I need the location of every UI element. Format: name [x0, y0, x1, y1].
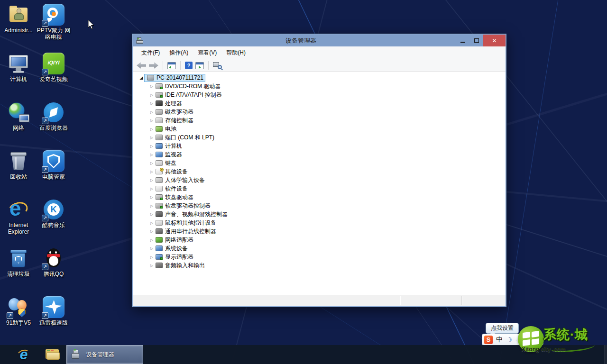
collapsed-triangle-icon[interactable]: ▷: [149, 178, 155, 182]
collapsed-triangle-icon[interactable]: ▷: [149, 127, 155, 131]
tree-item-19[interactable]: ▷ 系统设备: [135, 244, 504, 253]
collapsed-triangle-icon[interactable]: ▷: [149, 144, 155, 148]
computer-icon: [156, 143, 163, 149]
desktop-icon-xunlei[interactable]: ↗ 迅雷极速版: [36, 296, 71, 326]
desktop-icon-administrator[interactable]: Administr...: [1, 4, 36, 34]
desktop-icon-recycle-bin[interactable]: 回收站: [1, 150, 36, 180]
menu-item-3[interactable]: 帮助(H): [221, 47, 250, 59]
back-icon[interactable]: [137, 62, 146, 69]
pc-manager-icon: ↗: [43, 150, 64, 172]
desktop-icon-qq[interactable]: ↗ 腾讯QQ: [36, 247, 71, 277]
collapsed-triangle-icon[interactable]: ▷: [149, 264, 155, 268]
forward-icon[interactable]: [149, 62, 158, 69]
tree-item-7[interactable]: ▷ 计算机: [135, 142, 504, 150]
desktop-icon-cleaner[interactable]: 清理垃圾: [1, 247, 36, 277]
expanded-triangle-icon[interactable]: ◢: [138, 75, 144, 80]
collapsed-triangle-icon[interactable]: ▷: [149, 221, 155, 225]
desktop-icon-kugou[interactable]: K ↗ 酷狗音乐: [36, 199, 71, 228]
tree-item-3[interactable]: ▷ 磁盘驱动器: [135, 108, 504, 116]
scan-hardware-changes-icon[interactable]: [213, 62, 222, 69]
maximize-icon: [474, 38, 479, 43]
audio-io-icon: [156, 263, 163, 268]
desktop-icon-iqiyi[interactable]: iQIYI ↗ 爱奇艺视频: [36, 53, 71, 82]
ime-settings-tooltip[interactable]: 点我设置: [486, 323, 519, 334]
tree-item-18[interactable]: ▷ 网络适配器: [135, 236, 504, 244]
tree-item-1[interactable]: ▷ IDE ATA/ATAPI 控制器: [135, 91, 504, 99]
taskbar-device-manager-task[interactable]: 设备管理器: [66, 345, 143, 364]
xunlei-icon: ↗: [43, 296, 64, 318]
tree-item-17[interactable]: ▷ 通用串行总线控制器: [135, 227, 504, 236]
network-icon: [8, 101, 29, 123]
software-devices-icon: [156, 186, 163, 191]
desktop-icon-pptv[interactable]: ↗ PPTV聚力 网络电视: [36, 4, 71, 40]
hid-icon: [156, 177, 163, 183]
collapsed-triangle-icon[interactable]: ▷: [149, 246, 155, 251]
tree-item-9[interactable]: ▷ 键盘: [135, 159, 504, 167]
collapsed-triangle-icon[interactable]: ▷: [149, 255, 155, 259]
collapsed-triangle-icon[interactable]: ▷: [149, 84, 155, 89]
tree-item-20[interactable]: ▷ 显示适配器: [135, 253, 504, 261]
tree-item-label: 网络适配器: [165, 236, 193, 244]
taskbar-explorer-button[interactable]: [41, 345, 64, 364]
tree-item-label: 软盘驱动器: [165, 193, 193, 201]
desktop-icon-pc-manager[interactable]: ↗ 电脑管家: [36, 150, 71, 180]
ide-controller-icon: [156, 92, 163, 98]
tree-item-14[interactable]: ▷ 软盘驱动器控制器: [135, 201, 504, 210]
tree-item-4[interactable]: ▷ 存储控制器: [135, 116, 504, 125]
desktop-icon-computer[interactable]: 计算机: [1, 53, 36, 82]
moon-icon[interactable]: ☽: [506, 336, 512, 344]
tree-item-8[interactable]: ▷ 监视器: [135, 150, 504, 159]
collapsed-triangle-icon[interactable]: ▷: [149, 187, 155, 191]
desktop-icon-baidu-browser[interactable]: ↗ 百度浏览器: [36, 101, 71, 131]
desktop-icon-network[interactable]: 网络: [1, 101, 36, 131]
ime-more-icon[interactable]: ·: [515, 337, 517, 343]
collapsed-triangle-icon[interactable]: ▷: [149, 212, 155, 217]
minimize-icon: [460, 42, 465, 43]
help-icon[interactable]: ?: [185, 62, 193, 69]
tree-item-6[interactable]: ▷ 端口 (COM 和 LPT): [135, 133, 504, 142]
desktop-icon-internet-explorer[interactable]: e Internet Explorer: [1, 199, 36, 235]
collapsed-triangle-icon[interactable]: ▷: [149, 238, 155, 242]
menu-item-0[interactable]: 文件(F): [137, 47, 165, 59]
collapsed-triangle-icon[interactable]: ▷: [149, 229, 155, 234]
collapsed-triangle-icon[interactable]: ▷: [149, 153, 155, 157]
sogou-logo-icon[interactable]: S: [484, 336, 493, 344]
collapsed-triangle-icon[interactable]: ▷: [149, 195, 155, 200]
desktop: Administr... ↗ PPTV聚力 网络电视 计算机iQIYI ↗ 爱奇…: [0, 0, 607, 364]
taskbar-ie-button[interactable]: e: [10, 345, 37, 364]
tree-item-13[interactable]: ▷ 软盘驱动器: [135, 193, 504, 201]
collapsed-triangle-icon[interactable]: ▷: [149, 161, 155, 165]
show-desktop-button[interactable]: [605, 345, 607, 364]
tree-item-11[interactable]: ▷ 人体学输入设备: [135, 176, 504, 184]
keyboard-icon: [156, 160, 163, 166]
collapsed-triangle-icon[interactable]: ▷: [149, 118, 155, 123]
collapsed-triangle-icon[interactable]: ▷: [149, 110, 155, 114]
tree-item-16[interactable]: ▷ 鼠标和其他指针设备: [135, 218, 504, 227]
show-console-tree-icon[interactable]: [167, 62, 176, 69]
collapsed-triangle-icon[interactable]: ▷: [149, 101, 155, 106]
minimize-button[interactable]: [456, 36, 469, 46]
collapsed-triangle-icon[interactable]: ▷: [149, 136, 155, 140]
display-adapters-icon: [156, 254, 163, 260]
tree-item-15[interactable]: ▷ 声音、视频和游戏控制器: [135, 210, 504, 218]
close-button[interactable]: ✕: [483, 35, 506, 46]
tree-item-0[interactable]: ▷ DVD/CD-ROM 驱动器: [135, 82, 504, 91]
tree-item-label: 声音、视频和游戏控制器: [165, 210, 228, 218]
tree-item-21[interactable]: ▷ 音频输入和输出: [135, 261, 504, 270]
tree-item-12[interactable]: ▷ 软件设备: [135, 184, 504, 193]
properties-icon[interactable]: [195, 62, 204, 69]
collapsed-triangle-icon[interactable]: ▷: [149, 170, 155, 174]
maximize-button[interactable]: [469, 36, 483, 46]
tree-item-10[interactable]: ▷ ? 其他设备: [135, 167, 504, 176]
tree-root-node[interactable]: ◢ PC-201407111721: [135, 73, 504, 82]
window-titlebar[interactable]: 设备管理器 ✕: [133, 35, 506, 46]
collapsed-triangle-icon[interactable]: ▷: [149, 204, 155, 208]
tree-item-2[interactable]: ▷ 处理器: [135, 99, 504, 108]
collapsed-triangle-icon[interactable]: ▷: [149, 93, 155, 97]
menu-item-1[interactable]: 操作(A): [165, 47, 193, 59]
ime-mode-chinese[interactable]: 中: [496, 336, 503, 344]
desktop-icon-zhushou91[interactable]: ↗ 91助手V5: [1, 296, 36, 326]
menu-item-2[interactable]: 查看(V): [193, 47, 221, 59]
tree-item-5[interactable]: ▷ 电池: [135, 125, 504, 133]
device-manager-icon: [136, 37, 143, 44]
